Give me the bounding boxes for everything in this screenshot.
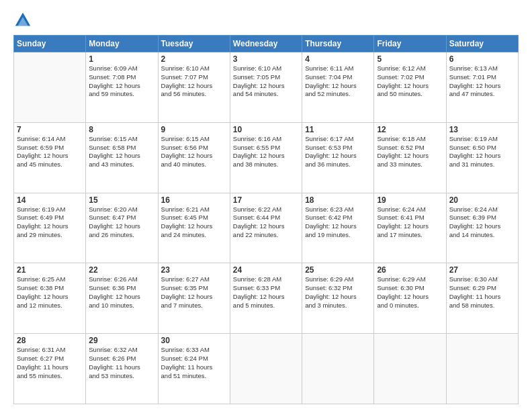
logo [13,11,35,30]
calendar-cell [230,334,302,404]
day-info: Sunrise: 6:12 AM Sunset: 7:02 PM Dayligh… [377,64,443,99]
calendar-cell: 11Sunrise: 6:17 AM Sunset: 6:53 PM Dayli… [302,122,374,193]
day-info: Sunrise: 6:11 AM Sunset: 7:04 PM Dayligh… [305,64,371,99]
calendar-table: SundayMondayTuesdayWednesdayThursdayFrid… [13,35,519,404]
calendar-cell: 17Sunrise: 6:22 AM Sunset: 6:44 PM Dayli… [230,193,302,263]
header [13,11,519,30]
day-info: Sunrise: 6:27 AM Sunset: 6:35 PM Dayligh… [161,275,227,310]
calendar-cell [302,334,374,404]
day-info: Sunrise: 6:24 AM Sunset: 6:41 PM Dayligh… [377,205,443,240]
calendar-week-2: 7Sunrise: 6:14 AM Sunset: 6:59 PM Daylig… [14,122,519,193]
calendar-cell [446,334,518,404]
day-info: Sunrise: 6:17 AM Sunset: 6:53 PM Dayligh… [305,135,371,169]
weekday-header-monday: Monday [86,36,158,52]
day-info: Sunrise: 6:29 AM Sunset: 6:30 PM Dayligh… [377,275,443,310]
day-info: Sunrise: 6:22 AM Sunset: 6:44 PM Dayligh… [233,205,299,240]
day-info: Sunrise: 6:09 AM Sunset: 7:08 PM Dayligh… [89,64,154,99]
day-number: 19 [377,195,443,205]
day-info: Sunrise: 6:19 AM Sunset: 6:50 PM Dayligh… [449,135,515,169]
calendar-cell: 22Sunrise: 6:26 AM Sunset: 6:36 PM Dayli… [86,263,158,334]
day-number: 17 [233,195,299,205]
day-info: Sunrise: 6:10 AM Sunset: 7:07 PM Dayligh… [161,64,227,99]
calendar-cell: 18Sunrise: 6:23 AM Sunset: 6:42 PM Dayli… [302,193,374,263]
calendar-cell: 8Sunrise: 6:15 AM Sunset: 6:58 PM Daylig… [86,122,158,193]
calendar-body: 1Sunrise: 6:09 AM Sunset: 7:08 PM Daylig… [14,52,519,404]
day-info: Sunrise: 6:21 AM Sunset: 6:45 PM Dayligh… [161,205,227,240]
day-number: 13 [449,125,515,134]
calendar-cell: 28Sunrise: 6:31 AM Sunset: 6:27 PM Dayli… [14,334,86,404]
calendar-week-4: 21Sunrise: 6:25 AM Sunset: 6:38 PM Dayli… [14,263,519,334]
weekday-header-friday: Friday [374,36,446,52]
day-number: 12 [377,125,443,134]
calendar-cell: 7Sunrise: 6:14 AM Sunset: 6:59 PM Daylig… [14,122,86,193]
day-number: 16 [161,195,227,205]
day-info: Sunrise: 6:33 AM Sunset: 6:24 PM Dayligh… [161,346,227,380]
calendar-cell [374,334,446,404]
calendar-cell: 4Sunrise: 6:11 AM Sunset: 7:04 PM Daylig… [302,52,374,123]
day-number: 25 [305,265,371,275]
day-info: Sunrise: 6:26 AM Sunset: 6:36 PM Dayligh… [89,275,154,310]
day-info: Sunrise: 6:30 AM Sunset: 6:29 PM Dayligh… [449,275,515,310]
day-number: 6 [449,54,515,64]
weekday-header-wednesday: Wednesday [230,36,302,52]
day-info: Sunrise: 6:20 AM Sunset: 6:47 PM Dayligh… [89,205,154,240]
calendar-cell: 19Sunrise: 6:24 AM Sunset: 6:41 PM Dayli… [374,193,446,263]
day-number: 2 [161,54,227,64]
calendar-cell: 9Sunrise: 6:15 AM Sunset: 6:56 PM Daylig… [158,122,230,193]
calendar-cell: 13Sunrise: 6:19 AM Sunset: 6:50 PM Dayli… [446,122,518,193]
day-number: 8 [89,125,154,134]
day-info: Sunrise: 6:14 AM Sunset: 6:59 PM Dayligh… [17,135,83,169]
day-info: Sunrise: 6:31 AM Sunset: 6:27 PM Dayligh… [17,346,83,380]
calendar-cell: 16Sunrise: 6:21 AM Sunset: 6:45 PM Dayli… [158,193,230,263]
day-info: Sunrise: 6:18 AM Sunset: 6:52 PM Dayligh… [377,135,443,169]
day-number: 24 [233,265,299,275]
day-info: Sunrise: 6:16 AM Sunset: 6:55 PM Dayligh… [233,135,299,169]
day-number: 3 [233,54,299,64]
day-number: 10 [233,125,299,134]
calendar-cell: 30Sunrise: 6:33 AM Sunset: 6:24 PM Dayli… [158,334,230,404]
calendar-cell: 10Sunrise: 6:16 AM Sunset: 6:55 PM Dayli… [230,122,302,193]
day-number: 7 [17,125,83,134]
weekday-header-row: SundayMondayTuesdayWednesdayThursdayFrid… [14,36,519,52]
calendar-cell: 1Sunrise: 6:09 AM Sunset: 7:08 PM Daylig… [86,52,158,123]
logo-icon [13,11,32,30]
day-number: 1 [89,54,154,64]
calendar-week-1: 1Sunrise: 6:09 AM Sunset: 7:08 PM Daylig… [14,52,519,123]
calendar-cell: 20Sunrise: 6:24 AM Sunset: 6:39 PM Dayli… [446,193,518,263]
weekday-header-thursday: Thursday [302,36,374,52]
day-number: 21 [17,265,83,275]
day-number: 27 [449,265,515,275]
calendar-cell: 29Sunrise: 6:32 AM Sunset: 6:26 PM Dayli… [86,334,158,404]
day-number: 15 [89,195,154,205]
day-info: Sunrise: 6:32 AM Sunset: 6:26 PM Dayligh… [89,346,154,380]
day-number: 28 [17,336,83,345]
day-number: 30 [161,336,227,345]
calendar-cell: 2Sunrise: 6:10 AM Sunset: 7:07 PM Daylig… [158,52,230,123]
day-info: Sunrise: 6:13 AM Sunset: 7:01 PM Dayligh… [449,64,515,99]
calendar-cell: 26Sunrise: 6:29 AM Sunset: 6:30 PM Dayli… [374,263,446,334]
day-number: 11 [305,125,371,134]
weekday-header-saturday: Saturday [446,36,518,52]
page: SundayMondayTuesdayWednesdayThursdayFrid… [0,0,532,411]
calendar-cell: 24Sunrise: 6:28 AM Sunset: 6:33 PM Dayli… [230,263,302,334]
calendar-cell: 3Sunrise: 6:10 AM Sunset: 7:05 PM Daylig… [230,52,302,123]
calendar-cell: 12Sunrise: 6:18 AM Sunset: 6:52 PM Dayli… [374,122,446,193]
day-number: 4 [305,54,371,64]
calendar-week-5: 28Sunrise: 6:31 AM Sunset: 6:27 PM Dayli… [14,334,519,404]
day-info: Sunrise: 6:19 AM Sunset: 6:49 PM Dayligh… [17,205,83,240]
calendar-cell [14,52,86,123]
day-number: 29 [89,336,154,345]
day-info: Sunrise: 6:15 AM Sunset: 6:56 PM Dayligh… [161,135,227,169]
day-number: 18 [305,195,371,205]
calendar-cell: 6Sunrise: 6:13 AM Sunset: 7:01 PM Daylig… [446,52,518,123]
calendar-cell: 27Sunrise: 6:30 AM Sunset: 6:29 PM Dayli… [446,263,518,334]
day-info: Sunrise: 6:28 AM Sunset: 6:33 PM Dayligh… [233,275,299,310]
day-info: Sunrise: 6:29 AM Sunset: 6:32 PM Dayligh… [305,275,371,310]
calendar-cell: 5Sunrise: 6:12 AM Sunset: 7:02 PM Daylig… [374,52,446,123]
calendar-cell: 25Sunrise: 6:29 AM Sunset: 6:32 PM Dayli… [302,263,374,334]
day-number: 22 [89,265,154,275]
day-number: 14 [17,195,83,205]
day-number: 9 [161,125,227,134]
day-number: 5 [377,54,443,64]
day-info: Sunrise: 6:10 AM Sunset: 7:05 PM Dayligh… [233,64,299,99]
